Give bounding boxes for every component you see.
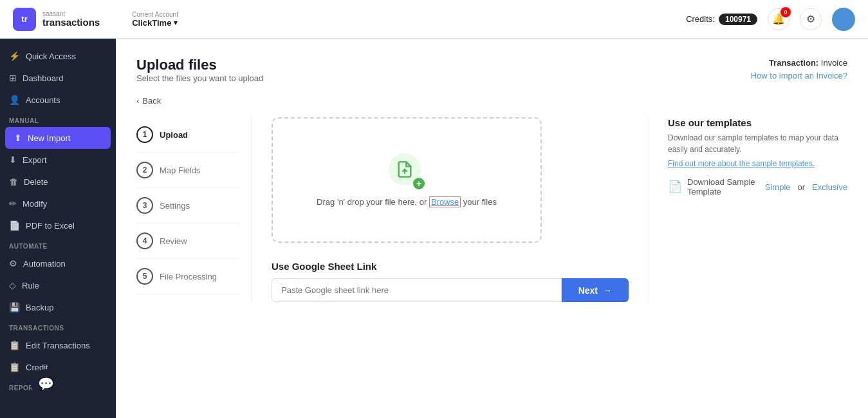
export-icon: ⬇ bbox=[9, 155, 17, 165]
step-map-fields: 2 Map Fields bbox=[136, 153, 239, 188]
browse-link[interactable]: Browse bbox=[429, 196, 461, 207]
sidebar-item-modify[interactable]: ✏ Modify bbox=[0, 193, 116, 214]
templates-panel: Use our templates Download our sample te… bbox=[648, 117, 847, 302]
page-title: Upload files bbox=[136, 57, 263, 73]
page-header-left: Upload files Select the files you want t… bbox=[136, 57, 263, 92]
sidebar-item-quick-access[interactable]: ⚡ Quick Access bbox=[0, 45, 116, 67]
step-3-label: Settings bbox=[160, 201, 190, 211]
logo-icon: tr bbox=[13, 8, 36, 31]
step-upload: 1 Upload bbox=[136, 117, 239, 153]
pdf-icon: 📄 bbox=[9, 220, 20, 231]
page-header-right: Transaction: Invoice How to import an In… bbox=[751, 57, 847, 81]
how-to-link[interactable]: How to import an Invoice? bbox=[751, 71, 847, 81]
google-input-row: Next → bbox=[272, 278, 629, 302]
chat-bubble-button[interactable]: 💬 bbox=[31, 369, 60, 399]
step-4-circle: 4 bbox=[136, 233, 153, 249]
chevron-down-icon: ▾ bbox=[174, 19, 178, 27]
transaction-label: Transaction: Invoice bbox=[769, 58, 847, 68]
step-2-label: Map Fields bbox=[160, 166, 201, 175]
rule-icon: ◇ bbox=[9, 280, 16, 290]
dashboard-icon: ⊞ bbox=[9, 73, 17, 83]
automate-section-label: AUTOMATE bbox=[0, 236, 116, 252]
avatar[interactable] bbox=[832, 8, 855, 31]
logo-area: tr saasant transactions bbox=[13, 8, 100, 31]
upload-icon-wrap: + bbox=[389, 153, 425, 189]
step-2-circle: 2 bbox=[136, 162, 153, 178]
edit-transactions-icon: 📋 bbox=[9, 340, 20, 350]
sidebar-item-new-import[interactable]: ⬆ New Import bbox=[5, 127, 111, 149]
automation-icon: ⚙ bbox=[9, 258, 17, 269]
topnav: tr saasant transactions Current Account … bbox=[0, 0, 868, 39]
templates-desc: Download our sample templates to map you… bbox=[668, 132, 847, 155]
steps-panel: 1 Upload 2 Map Fields 3 Settings bbox=[136, 117, 252, 302]
sidebar: ⚡ Quick Access ⊞ Dashboard 👤 Accounts MA… bbox=[0, 39, 116, 418]
step-3-circle: 3 bbox=[136, 197, 153, 214]
content-body: 1 Upload 2 Map Fields 3 Settings bbox=[136, 117, 847, 302]
step-1-circle: 1 bbox=[136, 126, 153, 143]
step-5-circle: 5 bbox=[136, 268, 153, 285]
google-sheet-section: Use Google Sheet Link Next → bbox=[272, 261, 629, 302]
google-sheet-input[interactable] bbox=[272, 278, 562, 302]
transactions-section-label: TRANSACTIONS bbox=[0, 318, 116, 334]
sidebar-item-dashboard[interactable]: ⊞ Dashboard bbox=[0, 67, 116, 89]
accounts-icon: 👤 bbox=[9, 95, 20, 105]
dropzone-text: Drag 'n' drop your file here, or Browse … bbox=[317, 197, 497, 207]
sidebar-item-automation[interactable]: ⚙ Automation bbox=[0, 252, 116, 274]
template-download-row: 📄 Download Sample Template Simple or Exc… bbox=[668, 177, 847, 196]
credits-badge: 100971 bbox=[719, 14, 757, 25]
templates-title: Use our templates bbox=[668, 117, 847, 128]
sidebar-item-export[interactable]: ⬇ Export bbox=[0, 149, 116, 171]
step-settings: 3 Settings bbox=[136, 188, 239, 223]
settings-button[interactable]: ⚙ bbox=[800, 8, 822, 30]
upload-main: + Drag 'n' drop your file here, or Brows… bbox=[252, 117, 648, 302]
sidebar-item-pdf-to-excel[interactable]: 📄 PDF to Excel bbox=[0, 214, 116, 236]
next-button[interactable]: Next → bbox=[562, 278, 629, 302]
sidebar-item-backup[interactable]: 💾 Backup bbox=[0, 296, 116, 318]
step-4-label: Review bbox=[160, 236, 187, 246]
step-review: 4 Review bbox=[136, 223, 239, 259]
document-icon: 📄 bbox=[668, 180, 682, 194]
step-1-label: Upload bbox=[160, 130, 188, 140]
find-out-more-link[interactable]: Find out more about the sample templates… bbox=[668, 159, 847, 168]
page-subtitle: Select the files you want to upload bbox=[136, 73, 263, 83]
upload-plus-icon: + bbox=[413, 178, 425, 189]
main-layout: ⚡ Quick Access ⊞ Dashboard 👤 Accounts MA… bbox=[0, 39, 868, 418]
manual-section-label: MANUAL bbox=[0, 111, 116, 127]
sidebar-item-accounts[interactable]: 👤 Accounts bbox=[0, 89, 116, 111]
file-dropzone[interactable]: + Drag 'n' drop your file here, or Brows… bbox=[272, 117, 542, 243]
notifications-button[interactable]: 🔔 0 bbox=[768, 8, 790, 30]
sidebar-item-rule[interactable]: ◇ Rule bbox=[0, 274, 116, 296]
sidebar-item-edit-transactions[interactable]: 📋 Edit Transactions bbox=[0, 334, 116, 356]
step-5-label: File Processing bbox=[160, 272, 217, 281]
credits-area: Credits: 100971 bbox=[686, 14, 757, 25]
backup-icon: 💾 bbox=[9, 302, 20, 312]
account-info: Current Account ClickTime ▾ bbox=[132, 11, 178, 28]
content-area: Upload files Select the files you want t… bbox=[116, 39, 868, 418]
quick-access-icon: ⚡ bbox=[9, 51, 20, 61]
account-switcher[interactable]: ClickTime ▾ bbox=[132, 18, 178, 28]
step-file-processing: 5 File Processing bbox=[136, 259, 239, 294]
back-button[interactable]: ‹ Back bbox=[136, 96, 161, 106]
notification-count: 0 bbox=[780, 7, 791, 17]
delete-icon: 🗑 bbox=[9, 176, 18, 187]
modify-icon: ✏ bbox=[9, 198, 17, 209]
back-arrow-icon: ‹ bbox=[136, 96, 139, 106]
sidebar-item-delete[interactable]: 🗑 Delete bbox=[0, 171, 116, 193]
credit-icon: 📋 bbox=[9, 362, 20, 372]
google-sheet-title: Use Google Sheet Link bbox=[272, 261, 629, 272]
brand-name: saasant transactions bbox=[42, 10, 100, 28]
page-header: Upload files Select the files you want t… bbox=[136, 57, 847, 92]
topnav-right: Credits: 100971 🔔 0 ⚙ bbox=[686, 8, 855, 31]
new-import-icon: ⬆ bbox=[14, 133, 22, 143]
next-arrow-icon: → bbox=[603, 285, 612, 296]
exclusive-template-link[interactable]: Exclusive bbox=[812, 182, 847, 192]
simple-template-link[interactable]: Simple bbox=[765, 182, 791, 192]
sidebar-item-credit[interactable]: 📋 Credit bbox=[0, 356, 116, 378]
